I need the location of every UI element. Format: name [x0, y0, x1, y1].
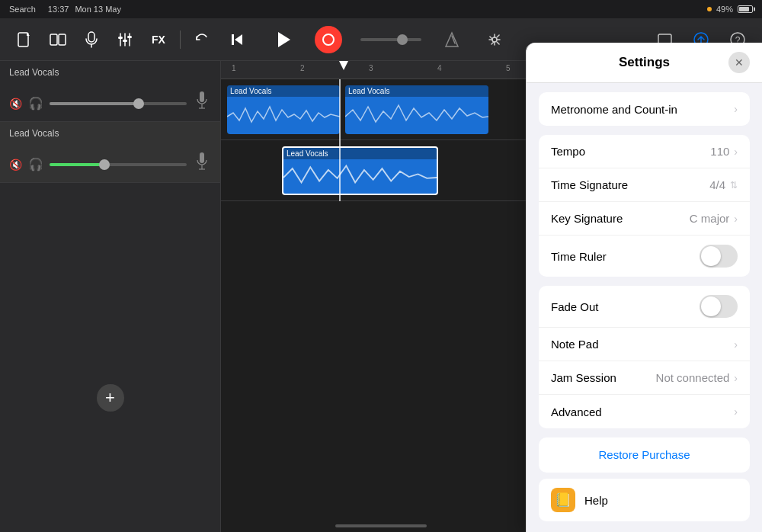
metronome-chevron: › — [734, 103, 738, 115]
metronome-label: Metronome and Count-in — [551, 103, 734, 116]
svg-marker-14 — [446, 33, 458, 46]
track-controls-1: 🔇 🎧 — [9, 91, 211, 115]
svg-rect-2 — [59, 34, 66, 45]
ruler-mark-1: 1 — [229, 61, 236, 72]
tracks-sidebar: Lead Vocals 🔇 🎧 — [0, 61, 221, 532]
clip-label-2: Lead Vocals — [345, 85, 488, 97]
fader-1[interactable] — [50, 102, 187, 105]
tuner-button[interactable] — [482, 27, 507, 52]
key-sig-label: Key Signature — [551, 212, 690, 225]
headphone-button-1[interactable]: 🎧 — [28, 96, 43, 111]
time-sig-value: 4/4 — [709, 178, 725, 191]
record-indicator — [322, 34, 335, 46]
note-pad-label: Note Pad — [551, 338, 734, 351]
status-date: Mon 13 May — [75, 5, 121, 14]
add-track-button[interactable]: + — [97, 384, 124, 412]
tempo-label: Tempo — [551, 145, 710, 158]
transport-controls — [223, 26, 507, 53]
mixer-button[interactable] — [113, 27, 137, 52]
advanced-label: Advanced — [551, 405, 734, 418]
time-ruler-toggle-knob — [701, 246, 721, 266]
mic-button[interactable] — [79, 27, 104, 52]
metronome-button[interactable] — [440, 27, 464, 52]
restore-purchase-button[interactable]: Restore Purchase — [539, 437, 750, 473]
audio-clip-1[interactable]: Lead Vocals — [227, 85, 340, 134]
wifi-icon — [707, 7, 712, 11]
record-button[interactable] — [315, 26, 342, 53]
waveform-2 — [345, 99, 488, 134]
settings-close-button[interactable]: ✕ — [728, 52, 750, 73]
settings-row-note-pad[interactable]: Note Pad › — [539, 328, 750, 361]
playhead-line — [339, 79, 341, 201]
settings-row-fade-out[interactable]: Fade Out — [539, 286, 750, 328]
waveform-1 — [227, 99, 340, 134]
status-time: 13:37 — [48, 5, 69, 14]
fader-2[interactable] — [50, 163, 187, 166]
jam-session-value: Not connected — [656, 371, 730, 384]
waveform-3 — [283, 162, 437, 194]
settings-row-time-ruler[interactable]: Time Ruler — [539, 236, 750, 277]
undo-button[interactable] — [190, 27, 214, 52]
ruler-mark-4: 4 — [434, 61, 442, 72]
settings-title: Settings — [619, 55, 670, 69]
key-sig-chevron: › — [734, 213, 738, 225]
settings-row-jam-session[interactable]: Jam Session Not connected › — [539, 361, 750, 395]
ruler-mark-5: 5 — [503, 61, 511, 72]
time-ruler-label: Time Ruler — [551, 250, 700, 263]
note-pad-chevron: › — [734, 338, 738, 351]
settings-row-time-sig[interactable]: Time Signature 4/4 ⇅ — [539, 168, 750, 202]
audio-clip-2[interactable]: Lead Vocals — [345, 85, 488, 134]
help-icon: 📒 — [551, 488, 575, 512]
fx-button[interactable]: FX — [146, 27, 171, 52]
play-button[interactable] — [269, 26, 296, 53]
svg-point-16 — [492, 37, 497, 42]
status-bar: Search 13:37 Mon 13 May 49% — [0, 0, 762, 18]
svg-rect-23 — [200, 152, 204, 163]
settings-row-advanced[interactable]: Advanced › — [539, 395, 750, 428]
audio-clip-3[interactable]: Lead Vocals — [282, 146, 438, 195]
battery-icon — [738, 5, 753, 13]
time-sig-label: Time Signature — [551, 178, 709, 191]
jam-session-label: Jam Session — [551, 371, 656, 384]
help-row[interactable]: 📒 Help — [539, 479, 750, 521]
volume-slider[interactable] — [360, 38, 421, 41]
settings-section-1: Metronome and Count-in › — [539, 92, 750, 126]
instrument-icon-2 — [193, 152, 211, 176]
settings-row-key-sig[interactable]: Key Signature C major › — [539, 202, 750, 236]
fade-out-toggle[interactable] — [700, 295, 738, 318]
time-sig-stepper[interactable]: ⇅ — [730, 180, 738, 191]
time-ruler-toggle[interactable] — [700, 245, 738, 268]
settings-row-metronome[interactable]: Metronome and Count-in › — [539, 92, 750, 126]
help-label: Help — [584, 494, 608, 507]
svg-rect-10 — [127, 36, 132, 38]
skip-back-button[interactable] — [223, 26, 251, 53]
mute-button-1[interactable]: 🔇 — [9, 98, 22, 110]
svg-rect-8 — [118, 37, 123, 39]
svg-rect-3 — [88, 32, 94, 42]
ruler-mark-2: 2 — [297, 61, 305, 72]
volume-thumb — [397, 34, 408, 45]
search-label[interactable]: Search — [9, 5, 36, 14]
mute-button-2[interactable]: 🔇 — [9, 159, 22, 171]
battery-label: 49% — [716, 5, 733, 14]
clip-label-3: Lead Vocals — [283, 148, 437, 159]
settings-section-3: Fade Out Note Pad › Jam Session Not conn… — [539, 286, 750, 428]
headphone-button-2[interactable]: 🎧 — [28, 157, 43, 171]
track-controls-2: 🔇 🎧 — [9, 152, 211, 176]
svg-marker-13 — [278, 32, 290, 47]
tempo-value: 110 — [710, 145, 729, 158]
svg-rect-20 — [200, 91, 204, 102]
settings-panel: Settings ✕ Metronome and Count-in › Temp… — [526, 43, 762, 532]
svg-rect-9 — [123, 40, 127, 42]
svg-marker-11 — [235, 34, 242, 45]
settings-row-tempo[interactable]: Tempo 110 › — [539, 135, 750, 168]
track-name-2: Lead Vocals — [9, 128, 211, 139]
tempo-chevron: › — [734, 146, 738, 158]
playhead-triangle — [339, 61, 348, 70]
display-toggle-button[interactable] — [46, 27, 70, 52]
clip-label-1: Lead Vocals — [227, 85, 340, 97]
fade-out-toggle-knob — [701, 296, 721, 316]
jam-session-chevron: › — [734, 372, 738, 384]
new-doc-button[interactable] — [12, 27, 37, 52]
track-name-1: Lead Vocals — [9, 67, 211, 78]
